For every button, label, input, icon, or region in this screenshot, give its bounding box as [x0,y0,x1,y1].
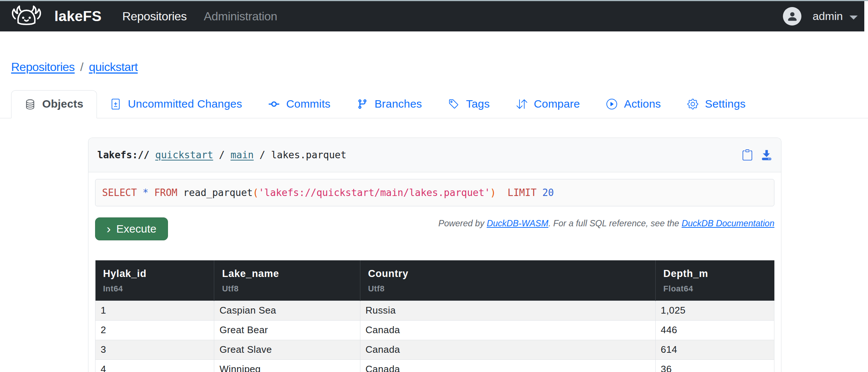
compare-icon [517,99,527,109]
column-type: Utf8 [222,284,352,294]
breadcrumb: Repositories / quickstart [11,60,868,74]
table-cell: 4 [95,360,214,372]
path-repo-link[interactable]: quickstart [155,149,213,160]
tab-tags[interactable]: Tags [435,91,503,118]
column-header-hylak_id: Hylak_idInt64 [95,260,214,301]
table-cell: 614 [655,340,774,360]
column-name: Lake_name [222,268,352,280]
table-cell: Great Slave [214,340,360,360]
column-type: Utf8 [368,284,647,294]
top-navbar: lakeFS Repositories Administration admin [0,1,864,31]
chevron-right-icon: › [107,223,111,234]
user-name: admin [813,10,843,23]
sql-editor[interactable]: SELECT * FROM read_parquet('lakefs://qui… [95,179,774,206]
duckdb-wasm-link[interactable]: DuckDB-WASM [487,219,548,228]
clipboard-icon[interactable] [742,149,753,160]
column-header-lake_name: Lake_nameUtf8 [214,260,360,301]
lakefs-logo-icon [8,4,45,28]
tab-branches[interactable]: Branches [344,91,435,118]
tab-settings[interactable]: Settings [674,91,759,118]
path-scheme: lakefs:// [97,149,149,160]
tab-uncommitted-changes[interactable]: Uncommitted Changes [97,91,255,118]
person-icon [787,11,798,22]
path-branch-link[interactable]: main [231,149,254,160]
results-header-row: Hylak_idInt64Lake_nameUtf8CountryUtf8Dep… [95,260,774,301]
tab-compare[interactable]: Compare [503,91,593,118]
table-cell: 36 [655,360,774,372]
table-cell: Canada [360,321,655,340]
column-type: Float64 [663,284,767,294]
table-cell: Winnipeg [214,360,360,372]
file-diff-icon [110,99,121,109]
path-file-name: lakes.parquet [271,149,347,160]
table-row: 3Great SlaveCanada614 [95,340,774,360]
column-name: Country [368,268,647,280]
repo-tabs: Objects Uncommitted Changes Commits Bran… [0,90,868,118]
column-name: Depth_m [663,268,767,280]
database-icon [25,99,36,109]
execute-button[interactable]: › Execute [95,217,168,240]
table-cell: Great Bear [214,321,360,340]
column-header-depth_m: Depth_mFloat64 [655,260,774,301]
table-cell: 1 [95,301,214,321]
table-cell: Caspian Sea [214,301,360,321]
table-row: 2Great BearCanada446 [95,321,774,340]
tab-objects[interactable]: Objects [11,90,97,118]
column-type: Int64 [103,284,206,294]
results-table: Hylak_idInt64Lake_nameUtf8CountryUtf8Dep… [95,260,774,372]
table-cell: Canada [360,340,655,360]
column-header-country: CountryUtf8 [360,260,655,301]
object-viewer-card: lakefs:// quickstart / main / lakes.parq… [88,138,781,372]
main-content: lakefs:// quickstart / main / lakes.parq… [0,138,868,372]
table-cell: 2 [95,321,214,340]
play-circle-icon [606,99,617,109]
breadcrumb-quickstart[interactable]: quickstart [89,60,138,74]
object-viewer-body: SELECT * FROM read_parquet('lakefs://qui… [88,172,781,372]
main-nav: Repositories Administration [122,10,277,23]
table-row: 4WinnipegCanada36 [95,360,774,372]
tag-icon [448,99,459,109]
commit-icon [269,99,279,109]
table-cell: Russia [360,301,655,321]
nav-administration[interactable]: Administration [204,10,277,23]
branch-icon [357,99,368,109]
results-body: 1Caspian SeaRussia1,0252Great BearCanada… [95,301,774,372]
download-icon[interactable] [761,149,772,160]
nav-repositories[interactable]: Repositories [122,10,187,23]
tab-actions[interactable]: Actions [593,91,674,118]
tab-commits[interactable]: Commits [255,91,344,118]
column-name: Hylak_id [103,268,206,280]
table-row: 1Caspian SeaRussia1,025 [95,301,774,321]
brand-name: lakeFS [54,8,102,24]
breadcrumb-repositories[interactable]: Repositories [11,60,75,74]
exec-row: › Execute Powered by DuckDB-WASM. For a … [95,217,774,240]
gear-icon [687,99,698,109]
object-path-bar: lakefs:// quickstart / main / lakes.parq… [88,138,781,172]
avatar [783,7,801,26]
user-menu[interactable]: admin [783,7,858,26]
table-cell: 1,025 [655,301,774,321]
table-cell: 3 [95,340,214,360]
duckdb-docs-link[interactable]: DuckDB Documentation [682,219,774,228]
powered-by-note: Powered by DuckDB-WASM. For a full SQL r… [168,219,774,229]
chevron-down-icon [850,16,858,20]
table-cell: Canada [360,360,655,372]
table-cell: 446 [655,321,774,340]
